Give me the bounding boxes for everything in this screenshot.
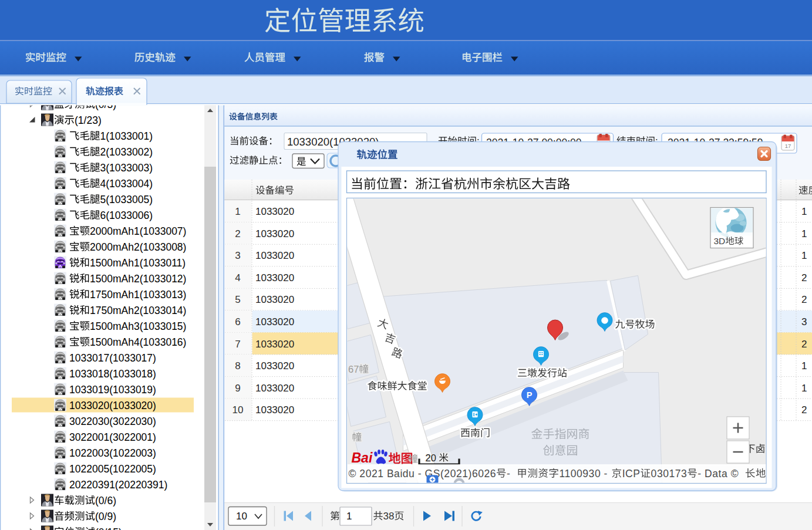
svg-text:3022030(3022030): 3022030(3022030): [69, 416, 156, 427]
svg-text:1022005(1022005): 1022005(1022005): [69, 463, 156, 475]
svg-text:1033020: 1033020: [255, 250, 294, 261]
svg-text:2000mAh2(1033008): 2000mAh2(1033008): [90, 241, 186, 253]
svg-text:(1/23): (1/23): [75, 114, 102, 126]
svg-text:3D: 3D: [714, 236, 726, 246]
svg-text:20220391(20220391): 20220391(20220391): [69, 479, 167, 491]
svg-text:2(1033002): 2(1033002): [100, 146, 153, 158]
svg-text:1033020: 1033020: [255, 316, 294, 328]
svg-text:8: 8: [235, 360, 240, 372]
svg-text:1(1033001): 1(1033001): [100, 130, 153, 142]
svg-text:1: 1: [801, 206, 807, 217]
svg-text:6(1033006): 6(1033006): [100, 210, 153, 221]
svg-text:1100930 -: 1100930 -: [560, 468, 608, 480]
svg-text:1: 1: [801, 383, 807, 394]
svg-text:1033020: 1033020: [255, 294, 294, 305]
svg-text:1: 1: [801, 360, 807, 372]
svg-text:6: 6: [235, 316, 240, 328]
svg-text:1022003(1022003): 1022003(1022003): [69, 447, 156, 459]
svg-text:1033020(1033020): 1033020(1033020): [69, 400, 156, 411]
svg-text:ICP: ICP: [622, 468, 641, 480]
svg-text:5: 5: [235, 294, 240, 305]
svg-text:© 2021 Baidu - GS(2021)6026: © 2021 Baidu - GS(2021)6026: [349, 468, 497, 480]
svg-text:1750mAh1(1033013): 1750mAh1(1033013): [90, 289, 186, 301]
svg-text:1033020: 1033020: [255, 272, 294, 283]
svg-text:3: 3: [801, 316, 807, 328]
svg-text:1033017(1033017): 1033017(1033017): [69, 352, 156, 364]
svg-text:3022001(3022001): 3022001(3022001): [69, 431, 156, 443]
svg-text:1: 1: [346, 511, 352, 522]
svg-text:Bai: Bai: [352, 450, 373, 465]
svg-text:5(1033005): 5(1033005): [100, 194, 153, 205]
svg-text:1: 1: [801, 228, 807, 239]
svg-text:10: 10: [233, 404, 244, 416]
svg-text:10: 10: [236, 511, 247, 522]
svg-text:2000mAh1(1033007): 2000mAh1(1033007): [90, 225, 186, 237]
svg-text:4: 4: [235, 272, 240, 283]
svg-text:1500mAh2(1033012): 1500mAh2(1033012): [90, 273, 186, 285]
svg-text:2: 2: [235, 228, 240, 239]
svg-text:67: 67: [348, 364, 359, 374]
svg-text:1033020: 1033020: [255, 206, 294, 217]
svg-text:1033019(1033019): 1033019(1033019): [69, 384, 156, 396]
svg-text:1033020: 1033020: [255, 404, 294, 416]
svg-text:7: 7: [235, 339, 240, 350]
svg-text:2: 2: [801, 339, 807, 350]
svg-text:4(1033004): 4(1033004): [100, 178, 153, 190]
svg-text:9: 9: [235, 383, 240, 394]
svg-text:P: P: [527, 390, 533, 400]
svg-text:(0/9): (0/9): [95, 511, 116, 522]
svg-text:1500mAh1(1033011): 1500mAh1(1033011): [90, 257, 186, 269]
svg-text:1033018(1033018): 1033018(1033018): [69, 368, 156, 380]
svg-text:1033020: 1033020: [255, 228, 294, 239]
svg-text:1500mAh3(1033015): 1500mAh3(1033015): [90, 320, 186, 332]
svg-text:2: 2: [801, 404, 807, 416]
svg-text:3(1033003): 3(1033003): [100, 162, 153, 174]
svg-text:1033020: 1033020: [255, 383, 294, 394]
svg-text:1500mAh4(1033016): 1500mAh4(1033016): [90, 336, 186, 348]
svg-text:1: 1: [235, 206, 240, 217]
svg-text:38: 38: [383, 511, 395, 522]
svg-text:- Data ©: - Data ©: [698, 468, 739, 480]
svg-text:1750mAh2(1033014): 1750mAh2(1033014): [90, 305, 186, 316]
svg-text:030173: 030173: [651, 468, 688, 480]
svg-text:(0/15): (0/15): [95, 526, 122, 530]
svg-text:1033020: 1033020: [255, 339, 294, 350]
svg-text:3: 3: [235, 250, 240, 261]
svg-text:2: 2: [801, 272, 807, 283]
svg-text:(0/6): (0/6): [95, 495, 116, 507]
svg-text:1: 1: [801, 250, 807, 261]
svg-text:2: 2: [801, 294, 807, 305]
svg-text:20: 20: [426, 453, 436, 463]
svg-text:1033020: 1033020: [255, 360, 294, 372]
svg-text:-: -: [507, 468, 510, 480]
